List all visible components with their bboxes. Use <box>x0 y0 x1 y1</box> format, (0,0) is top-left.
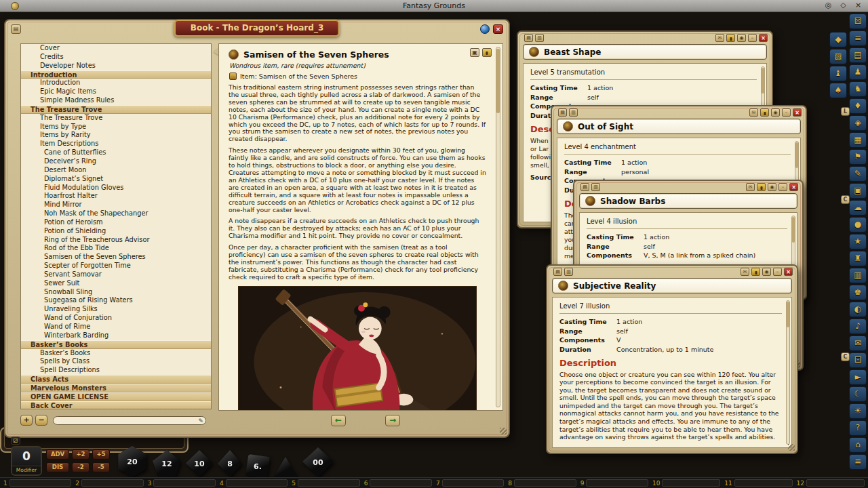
spell-header[interactable]: Out of Sight <box>557 119 801 134</box>
lock-icon[interactable] <box>760 108 769 117</box>
book-window-title[interactable]: Book - The Dragon’s Hoard_3 <box>174 20 340 37</box>
close-icon[interactable]: × <box>493 24 503 34</box>
chat-icon[interactable]: ✉ <box>741 268 749 276</box>
lock-icon[interactable] <box>757 183 766 191</box>
toc-item[interactable]: Cover <box>21 44 211 53</box>
toc-item[interactable]: The Treasure Trove <box>21 105 211 114</box>
adv-button[interactable]: ADV <box>46 449 69 460</box>
toc-item[interactable]: Introduction <box>21 79 211 87</box>
zoom-out-button[interactable]: − <box>35 415 47 426</box>
minimize-icon[interactable]: – <box>773 268 782 276</box>
sidebar-button-audio[interactable]: ♪ <box>849 319 867 334</box>
toc-item[interactable]: Marvelous Monsters <box>21 384 211 392</box>
toc-item[interactable]: Developer Notes <box>21 62 211 70</box>
close-icon[interactable]: × <box>759 34 768 42</box>
toc-item[interactable]: Basker’s Books <box>21 340 211 349</box>
item-link-icon[interactable] <box>229 73 237 80</box>
index-icon[interactable]: ▥ <box>569 108 578 117</box>
sidebar-button-lighting[interactable]: ◐ <box>849 302 867 317</box>
hotkey-slot[interactable] <box>81 479 144 487</box>
plus5-button[interactable]: +5 <box>92 449 110 460</box>
sidebar-button-tables[interactable]: ♜ <box>849 251 867 266</box>
sidebar-button-characters[interactable]: ♟ <box>849 64 867 80</box>
sidebar-button-options[interactable]: ≣ <box>849 454 867 470</box>
toc-item[interactable]: Introduction <box>21 70 211 79</box>
index-icon[interactable]: ▥ <box>535 34 544 42</box>
toc-item[interactable]: Scepter of Forgotten Time <box>21 262 211 270</box>
share-icon[interactable]: ▤ <box>524 34 533 42</box>
hotkey-slot[interactable] <box>442 479 505 487</box>
d20-die[interactable]: 20 <box>117 446 148 477</box>
collapse-tab[interactable]: C <box>841 352 850 361</box>
collapse-tab[interactable]: C <box>841 195 850 204</box>
sidebar-button-bookmarks[interactable]: ♝ <box>829 66 847 81</box>
scrollbar-thumb[interactable] <box>795 142 798 168</box>
broadcast-icon[interactable]: ◉ <box>768 183 776 191</box>
sidebar-button-home[interactable]: ⌂ <box>849 437 867 453</box>
app-titlebar[interactable]: Fantasy Grounds ◎ ◇ × <box>0 0 868 12</box>
toc-item[interactable]: Spell Descriptions <box>21 366 211 375</box>
d100-die[interactable]: 00 <box>302 447 334 477</box>
lock-icon[interactable] <box>751 268 760 276</box>
collapse-tab[interactable]: L <box>841 107 850 116</box>
hotkey-slot[interactable] <box>298 479 360 487</box>
page-back-button[interactable]: ← <box>331 415 346 426</box>
toc-item[interactable]: Wand of Rime <box>21 323 211 331</box>
scrollbar-thumb[interactable] <box>496 49 500 113</box>
sidebar-button-dice-tower[interactable]: ⚄ <box>849 14 867 29</box>
toc-item[interactable]: Unraveling Silks <box>21 305 211 314</box>
sidebar-button-combat-tracker[interactable]: ♚ <box>849 285 867 300</box>
hotkey-slot[interactable] <box>514 479 576 487</box>
toc-item[interactable]: Basker’s Books <box>21 349 211 358</box>
spell-header[interactable]: Beast Shape <box>523 44 767 60</box>
minimize-icon[interactable]: – <box>778 183 787 191</box>
dice-options-icon[interactable]: ⚂ <box>11 436 20 445</box>
d8-die[interactable]: 8 <box>218 450 242 477</box>
sidebar-button-items[interactable]: ♦ <box>849 98 867 114</box>
sidebar-button-tokens[interactable]: ● <box>849 217 867 232</box>
zoom-in-button[interactable]: + <box>20 415 33 426</box>
toc-item[interactable]: Sugegasa of Rising Waters <box>21 296 211 305</box>
d6-die[interactable]: 6. <box>247 455 269 477</box>
toc-item[interactable]: Deceiver’s Ring <box>21 157 211 166</box>
toc-item[interactable]: Epic Magic Items <box>21 87 211 96</box>
clone-window-icon[interactable]: ▣ <box>470 48 479 57</box>
orb-icon[interactable] <box>480 24 490 34</box>
sidebar-button-effects[interactable]: ★ <box>849 234 867 249</box>
sidebar-button-notes[interactable]: ✎ <box>849 166 867 182</box>
sidebar-button-calendar[interactable]: ☀ <box>849 403 867 419</box>
broadcast-icon[interactable]: ◉ <box>737 34 746 42</box>
toc-item[interactable]: Mind Mirror <box>21 201 211 209</box>
close-icon[interactable]: × <box>854 1 863 9</box>
hotkey-slot[interactable] <box>153 479 216 487</box>
scrollbar[interactable] <box>496 47 500 407</box>
sidebar-button-party-sheet[interactable]: ▥ <box>849 268 867 283</box>
toc-item[interactable]: Fluid Modulation Gloves <box>21 184 211 192</box>
sidebar-button-modifiers[interactable]: ⚀ <box>849 352 867 368</box>
sidebar-button-story[interactable]: ≡ <box>849 30 867 46</box>
sidebar-button-npcs[interactable]: ♞ <box>849 81 867 97</box>
toc-item[interactable]: Spells by Class <box>21 357 211 366</box>
d10-die[interactable]: 10 <box>186 450 213 477</box>
index-icon[interactable]: ▥ <box>591 183 600 191</box>
restore-icon[interactable]: ◇ <box>839 1 848 9</box>
toc-item[interactable]: Servant Samovar <box>21 270 211 279</box>
dis-button[interactable]: DIS <box>46 462 69 472</box>
sidebar-button-library[interactable]: ▤ <box>849 47 867 63</box>
hotkey-slot[interactable] <box>734 479 793 487</box>
minus2-button[interactable]: -2 <box>72 462 90 472</box>
sidebar-button-create-record[interactable]: ◆ <box>829 32 847 47</box>
broadcast-icon[interactable]: ◉ <box>771 108 780 117</box>
share-icon[interactable]: ▤ <box>558 108 567 117</box>
toc-item[interactable]: Items by Type <box>21 123 211 131</box>
sidebar-button-help[interactable]: ? <box>849 420 867 436</box>
spell-window-subjective-reality[interactable]: ▤ ▥ ✉ ◉ – × Subjective Reality Level 7 i… <box>546 264 798 454</box>
close-icon[interactable]: × <box>793 108 802 117</box>
toc-item[interactable]: OPEN GAME LICENSE <box>21 392 211 401</box>
lock-icon[interactable] <box>726 34 735 42</box>
share-icon[interactable]: ▤ <box>580 183 589 191</box>
plus2-button[interactable]: +2 <box>72 449 90 460</box>
sidebar-button-weather[interactable]: ☁ <box>849 200 867 216</box>
page-slider[interactable]: ✎ <box>53 416 206 425</box>
toc-item[interactable]: Sewer Suit <box>21 279 211 288</box>
